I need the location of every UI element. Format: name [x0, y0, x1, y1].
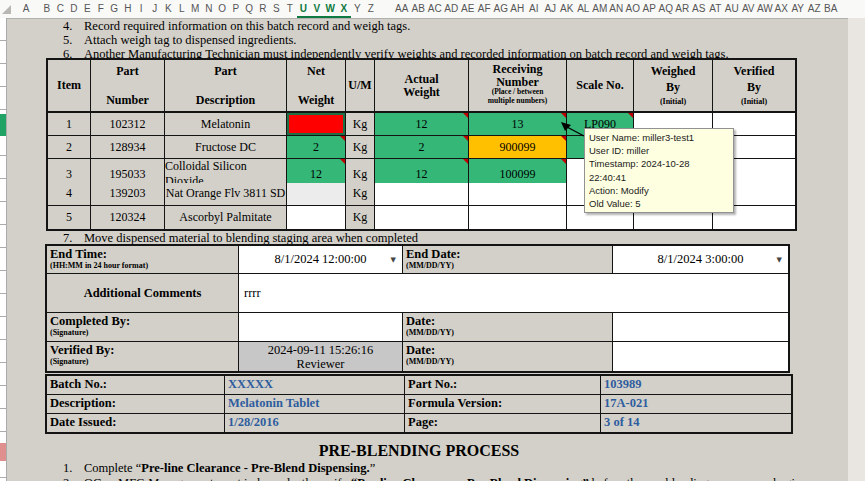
header-weighed-by: WeighedBy(Initial) [634, 60, 713, 111]
batch-value2[interactable]: 103989 [601, 376, 791, 394]
column-letter[interactable]: W [324, 0, 338, 18]
highlighted-row-marker [0, 443, 6, 461]
column-letter[interactable]: AL [575, 0, 592, 18]
column-letter[interactable]: R [256, 0, 270, 18]
column-letter[interactable]: BA [823, 0, 840, 18]
verified-date-input[interactable] [613, 342, 788, 371]
receiving-number-cell[interactable] [469, 183, 567, 206]
column-letter[interactable]: AC [427, 0, 444, 18]
dispensing-form: End Time: (HH:MM in 24 hour format) 8/1/… [45, 244, 790, 373]
column-letter[interactable]: A [12, 0, 40, 18]
column-letter[interactable]: AI [526, 0, 543, 18]
column-letter[interactable]: AE [460, 0, 477, 18]
column-letter[interactable]: L [175, 0, 189, 18]
column-letter[interactable]: C [54, 0, 68, 18]
actual-weight-cell[interactable]: 12 [375, 113, 469, 136]
part-description-cell: Fructose DC [165, 136, 287, 159]
net-weight-cell[interactable] [287, 113, 346, 136]
column-letter[interactable]: AK [559, 0, 576, 18]
column-letter[interactable]: AP [641, 0, 658, 18]
receiving-number-cell[interactable] [469, 206, 567, 229]
column-letter[interactable]: U [297, 0, 311, 18]
column-letter[interactable]: AF [476, 0, 493, 18]
receiving-number-cell[interactable]: 13 [469, 113, 567, 136]
additional-comments-input[interactable]: rrrr [239, 274, 788, 313]
end-date-input[interactable]: 8/1/2024 3:00:00 ▼ [613, 246, 788, 274]
column-letter[interactable]: AU [724, 0, 741, 18]
column-letter[interactable]: B [40, 0, 54, 18]
header-item: Item [48, 60, 91, 111]
column-letter[interactable]: AJ [542, 0, 559, 18]
column-letter[interactable]: AS [691, 0, 708, 18]
column-letter[interactable]: M [189, 0, 203, 18]
column-letter[interactable]: AZ [806, 0, 823, 18]
part-number-cell: 102312 [91, 113, 165, 136]
additional-comments-label: Additional Comments [47, 274, 239, 313]
net-weight-cell[interactable]: 2 [287, 136, 346, 159]
column-letter[interactable]: AW [757, 0, 774, 18]
completed-date-input[interactable] [613, 313, 788, 342]
batch-value[interactable]: 1/28/2016 [225, 414, 405, 432]
end-date-dropdown-icon[interactable]: ▼ [777, 256, 782, 264]
column-letter[interactable]: N [202, 0, 216, 18]
column-letter[interactable]: O [216, 0, 230, 18]
column-letter[interactable]: Q [243, 0, 257, 18]
end-time-input[interactable]: 8/1/2024 12:00:00 ▼ [239, 246, 403, 274]
batch-label: Description: [47, 395, 225, 413]
instruction-line: 4.Record required information on this ba… [63, 20, 729, 34]
column-letter[interactable]: AX [773, 0, 790, 18]
part-number-cell: 128934 [91, 136, 165, 159]
batch-value[interactable]: Melatonin Tablet [225, 395, 405, 413]
column-letter[interactable]: I [135, 0, 149, 18]
column-letter[interactable]: AN [608, 0, 625, 18]
column-letter[interactable]: AY [790, 0, 807, 18]
receiving-number-cell[interactable]: 900099 [469, 136, 567, 159]
column-letter[interactable]: S [270, 0, 284, 18]
column-letter[interactable]: E [81, 0, 95, 18]
instruction-text: Attach weigh tag to dispensed ingredient… [84, 33, 296, 47]
select-all-corner[interactable] [0, 0, 12, 18]
column-letter[interactable]: AR [674, 0, 691, 18]
column-letter[interactable]: H [121, 0, 135, 18]
row-headers[interactable] [0, 18, 7, 481]
batch-value[interactable]: XXXXX [225, 376, 405, 394]
column-letter[interactable]: X [337, 0, 351, 18]
spreadsheet-screen: A B C D E F G H I J K L M N O P [0, 0, 865, 481]
column-letter[interactable]: AQ [658, 0, 675, 18]
column-letter[interactable]: D [67, 0, 81, 18]
column-letter[interactable]: AV [740, 0, 757, 18]
column-letter[interactable]: AO [625, 0, 642, 18]
column-letter[interactable]: V [310, 0, 324, 18]
column-letter[interactable]: AB [410, 0, 427, 18]
completed-by-input[interactable] [239, 313, 403, 342]
batch-value2[interactable]: 3 of 14 [601, 414, 791, 432]
end-time-dropdown-icon[interactable]: ▼ [391, 256, 396, 264]
net-weight-cell[interactable] [287, 206, 346, 229]
actual-weight-cell[interactable] [375, 183, 469, 206]
column-letter[interactable]: J [148, 0, 162, 18]
column-letter[interactable]: T [283, 0, 297, 18]
column-letter[interactable]: AG [493, 0, 510, 18]
column-letter[interactable]: AM [592, 0, 609, 18]
column-letter[interactable]: AT [707, 0, 724, 18]
column-letter[interactable]: AD [443, 0, 460, 18]
completed-date-label: Date: (MM/DD/YY) [403, 313, 613, 342]
tooltip-line: Action: Modify [589, 184, 729, 197]
column-letter[interactable]: F [94, 0, 108, 18]
verified-by-value[interactable]: 2024-09-11 15:26:16 Reviewer [239, 342, 403, 371]
actual-weight-cell[interactable] [375, 206, 469, 229]
column-letter[interactable]: K [162, 0, 176, 18]
header-part-number: PartNumber [91, 60, 165, 111]
column-letter[interactable]: P [229, 0, 243, 18]
instruction-number: 5. [63, 34, 84, 48]
column-letter[interactable]: Z [364, 0, 378, 18]
column-letter[interactable]: Y [351, 0, 365, 18]
column-letter[interactable]: AA [394, 0, 411, 18]
batch-value2[interactable]: 17A-021 [601, 395, 791, 413]
net-weight-cell[interactable] [287, 183, 346, 206]
verified-by-label: Verified By: (Signature) [47, 342, 239, 371]
tooltip-line: Timestamp: 2024-10-28 22:40:41 [589, 157, 729, 183]
actual-weight-cell[interactable]: 2 [375, 136, 469, 159]
column-letter[interactable]: AH [509, 0, 526, 18]
column-letter[interactable]: G [108, 0, 122, 18]
